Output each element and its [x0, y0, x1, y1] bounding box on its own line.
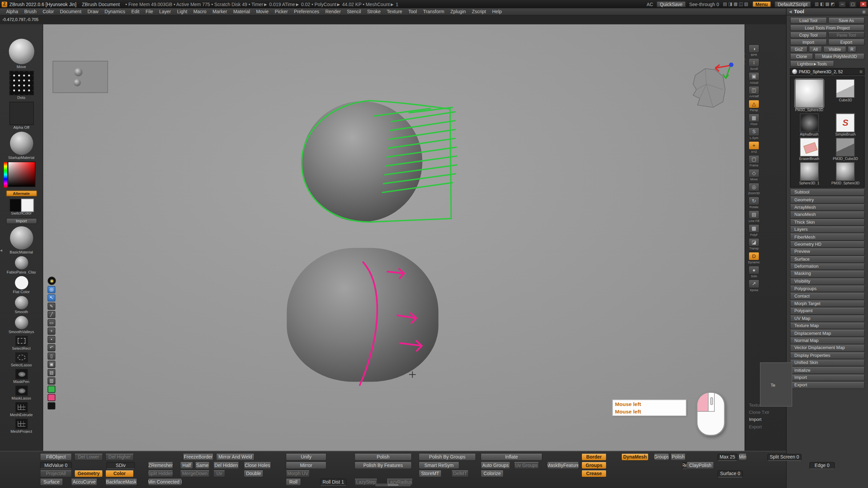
menu-item[interactable]: Stroke [364, 8, 383, 15]
menu-item[interactable]: Render [322, 8, 343, 15]
mini-tool-icon[interactable]: ▣ [47, 361, 55, 368]
tool-subpalette-row[interactable]: Unified Skin [790, 360, 865, 366]
menu-item[interactable]: Edit [129, 8, 142, 15]
titlebar-icon[interactable]: ◧ [820, 2, 824, 7]
right-shelf-icon[interactable]: ▢ Frame [747, 155, 761, 167]
mini-tool-icon[interactable] [47, 386, 55, 393]
bottom-button[interactable]: MaskByFeature [547, 462, 579, 469]
left-shelf-thumb[interactable] [15, 256, 28, 269]
see-through-slider[interactable]: See-through 0 [689, 1, 719, 7]
tool-inventory-item[interactable]: Cube3D [829, 79, 862, 111]
tool-subpalette-row[interactable]: Geometry [790, 197, 865, 203]
menu-item[interactable]: Color [40, 8, 56, 15]
bottom-scrollbar[interactable] [375, 484, 411, 486]
bottom-button[interactable]: ProjectAll [40, 470, 72, 477]
left-shelf-item[interactable]: FabioPaiva_Clay [1, 256, 42, 274]
mini-tool-icon[interactable]: ◉ [47, 277, 56, 285]
tool-inventory-item[interactable]: PM3D_Cube3D [829, 138, 862, 161]
left-shelf-item[interactable]: Move [1, 39, 42, 68]
bottom-button[interactable]: Unify [285, 454, 327, 461]
bottom-button[interactable]: Surface [40, 479, 63, 486]
left-shelf-item[interactable]: Dots [1, 71, 42, 100]
bottom-button[interactable]: Roll Dist 1 [320, 479, 347, 486]
bottom-button[interactable]: Mirror [285, 462, 327, 469]
tool-thumb[interactable] [836, 138, 855, 157]
bottom-button[interactable]: Split Screen 0 [767, 454, 802, 461]
mini-tool-icon[interactable]: ✎ [47, 303, 55, 310]
right-shelf-icon[interactable]: ▣ Actual [747, 72, 761, 84]
bottom-button[interactable]: Auto Groups [480, 462, 510, 469]
titlebar-icon[interactable]: ◨ [728, 2, 732, 7]
tool-subpalette-row[interactable]: Polypaint [790, 308, 865, 314]
tool-subpalette-row[interactable]: ArrayMesh [790, 204, 865, 211]
bottom-button[interactable]: Colorize [480, 470, 504, 477]
bottom-button[interactable]: Del Hidden [213, 462, 239, 469]
tool-subpalette-row[interactable]: Geometry HD [790, 241, 865, 248]
document-canvas[interactable]: ◉◎↖✎╱▭+•↶▯▣▤▥ Mouse left Mouse left [43, 24, 745, 451]
left-shelf-item[interactable]: MaskLasso [1, 386, 42, 400]
left-shelf-item[interactable]: StartupMaterial [1, 132, 42, 160]
left-shelf-thumb[interactable] [15, 336, 27, 346]
menu-item[interactable]: Dynamics [102, 8, 128, 15]
bottom-button[interactable]: Crease [581, 470, 607, 477]
mini-tool-icon[interactable]: • [47, 336, 55, 343]
right-shelf-icon[interactable]: ◪ Transp [747, 238, 761, 250]
tool-thumb[interactable] [836, 162, 855, 181]
left-shelf-thumb[interactable] [8, 39, 34, 64]
export-button[interactable]: Export [828, 39, 865, 45]
right-shelf-icon[interactable]: ▩ PolyF [747, 224, 761, 236]
right-shelf-icon[interactable]: ◇ Move [747, 169, 761, 181]
bottom-button[interactable]: Geometry [74, 470, 103, 477]
tool-thumb[interactable] [800, 138, 819, 157]
menu-item[interactable]: Transform [420, 8, 447, 15]
quicksave-button[interactable]: QuickSave [656, 1, 686, 7]
right-shelf-icon[interactable]: D Dynamic [747, 252, 761, 264]
bottom-button[interactable]: Groups [581, 462, 607, 469]
right-shelf-icon[interactable]: ↻ Rotate [747, 197, 761, 209]
menu-item[interactable]: Draw [85, 8, 101, 15]
mini-tool-icon[interactable]: + [47, 328, 55, 335]
default-zscript-button[interactable]: DefaultZScript [774, 1, 811, 7]
mini-tool-icon[interactable] [47, 394, 55, 401]
titlebar-icon[interactable]: ▥ [815, 2, 819, 7]
left-shelf-item[interactable]: Smooth [1, 296, 42, 313]
left-shelf-item[interactable]: Alternate [1, 190, 42, 197]
tool-subpalette-row[interactable]: Masking [790, 271, 865, 278]
import-button[interactable]: Import [790, 39, 827, 45]
left-shelf-item[interactable]: MeshProject [1, 419, 42, 433]
left-shelf-thumb[interactable] [10, 226, 33, 250]
tool-thumb[interactable] [795, 79, 824, 108]
left-tray-collapse-arrow[interactable]: ◂ [0, 248, 2, 253]
bottom-button[interactable]: DelMT [451, 470, 469, 477]
bottom-button[interactable]: Polish [670, 454, 686, 461]
titlebar-icon[interactable]: ▤ [723, 2, 727, 7]
tool-subpalette-row[interactable]: NanoMesh [790, 211, 865, 218]
mini-tool-icon[interactable]: ▤ [47, 369, 55, 376]
bottom-button[interactable]: AccuCurve [71, 479, 97, 486]
goz-all-button[interactable]: All [809, 46, 822, 53]
tool-inventory-item[interactable]: PM3D_Sphere3D [829, 162, 862, 185]
maximize-button[interactable]: ▢ [849, 1, 856, 7]
menu-item[interactable]: Material [231, 8, 253, 15]
tool-subpalette-row[interactable]: Displacement Map [790, 330, 865, 337]
mini-tool-icon[interactable] [47, 402, 55, 409]
mini-tool-icon[interactable]: ◎ [47, 286, 55, 293]
titlebar-icon[interactable]: ◫ [739, 2, 743, 7]
tool-subpalette-row[interactable]: Contact [790, 293, 865, 300]
goz-visible-button[interactable]: Visible [823, 46, 847, 53]
menu-item[interactable]: Light [174, 8, 190, 15]
tool-inventory-item[interactable]: EraserBrush [793, 138, 826, 161]
tool-subpalette-row[interactable]: Vector Displacement Map [790, 345, 865, 351]
goz-r-button[interactable]: R [848, 46, 856, 53]
menu-toggle-button[interactable]: Menu [752, 1, 771, 7]
bottom-button[interactable]: Edge 0 [809, 462, 835, 469]
left-shelf-item[interactable]: SelectLasso [1, 352, 42, 367]
bottom-button[interactable]: Del Lower [74, 454, 103, 461]
tool-subpalette-row[interactable]: Layers [790, 226, 865, 233]
titlebar-icon[interactable]: ▨ [744, 2, 748, 7]
mini-tool-icon[interactable]: ╱ [47, 311, 55, 318]
tool-subpalette-row[interactable]: Initialize [790, 367, 865, 374]
left-shelf-thumb[interactable] [10, 132, 33, 155]
tool-subpalette-row[interactable]: Thick Skin [790, 219, 865, 226]
left-shelf-thumb[interactable] [15, 386, 27, 395]
